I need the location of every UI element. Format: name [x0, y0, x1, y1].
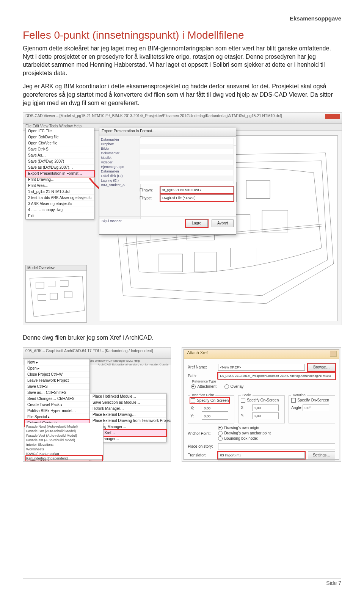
menu-item[interactable]: New ▸ — [25, 359, 89, 365]
menu-item[interactable]: Save (Dxf/Dwg 2007) — [26, 158, 94, 165]
folder-item[interactable]: Bilder — [101, 146, 139, 151]
menu-item[interactable]: Save Ctrl+S — [26, 146, 94, 152]
radio-anchor-origin[interactable]: Drawing's own origin — [218, 426, 259, 430]
menu-item[interactable]: 1 st_pg15-21 NTM10.dxf — [26, 189, 94, 195]
menu-item[interactable]: Open ▸ — [25, 365, 89, 372]
nav-item[interactable]: Fasade Sør (Auto-rebuild Model) — [26, 429, 102, 433]
figure-attach-xref: Attach Xref Xref Name: <New XREF> Browse… — [182, 347, 341, 462]
folder-item[interactable]: BIM_Student_A — [101, 183, 139, 187]
menu-item[interactable]: Close Project Ctrl+W — [25, 372, 89, 378]
xref-name-label: Xref Name: — [188, 365, 218, 369]
folder-item[interactable]: Datamaskin — [101, 137, 139, 142]
folder-item[interactable]: Lokal disk (C:) — [101, 174, 139, 178]
checkbox-specify-rotation[interactable]: Specify On-Screen — [291, 398, 329, 403]
menu-item[interactable]: Print Area… — [26, 183, 94, 189]
filetype-label: Filtype: — [140, 196, 160, 200]
radio-bbox-node[interactable]: Bounding box node: — [218, 436, 258, 441]
scale-group: Scale Specify On-Screen X:1,00 Y:1,00 — [238, 395, 285, 423]
angle-label: Angle: — [291, 406, 303, 410]
window-titlebar: DDS-CAD Viewer – [Model st_pg15-21 NTM10… — [23, 113, 342, 124]
place-on-story-select[interactable] — [218, 443, 335, 450]
window-title-text: DDS-CAD Viewer – [Model st_pg15-21 NTM10… — [25, 114, 282, 118]
menu-item[interactable]: Save As… — [26, 152, 94, 158]
dialog-sidebar[interactable]: Datamaskin Dropbox Bilder Dokumenter Mus… — [99, 136, 141, 219]
folder-item[interactable]: Musikk — [101, 155, 139, 160]
folder-item[interactable]: Dokumenter — [101, 151, 139, 155]
xref-name-select[interactable]: <New XREF> — [218, 364, 305, 371]
paragraph-2: Jeg er ARK og BIM koordinator i dette ek… — [23, 82, 341, 107]
nav-item[interactable]: Fasade øst (Auto-rebuild Model) — [26, 438, 102, 442]
filename-label: Filnavn: — [140, 188, 160, 192]
menu-item[interactable]: File Special ▸ — [25, 414, 89, 420]
radio-attachment[interactable]: Attachment — [191, 384, 217, 389]
nav-item[interactable]: Interior Elevations — [26, 442, 102, 447]
menu-item[interactable]: Place Hotlinked Module… — [90, 393, 166, 400]
menu-item[interactable]: Save as… Ctrl+Shift+S — [25, 390, 89, 396]
close-icon[interactable] — [325, 114, 340, 119]
angle-input[interactable]: 0,0° — [303, 404, 329, 411]
radio-overlay[interactable]: Overlay — [224, 384, 243, 389]
menu-item[interactable]: Save as (Dxf/Dwg 2007)… — [26, 165, 94, 171]
nav-item[interactable]: Fasade Vest (Auto-rebuild Model) — [26, 433, 102, 438]
save-button[interactable]: Lagre — [186, 219, 208, 227]
settings-button[interactable]: Settings… — [308, 451, 335, 459]
description-label: Description: — [188, 461, 218, 462]
navigator-panel[interactable]: Fasade Nord (Auto-rebuild Model) Fasade … — [25, 423, 104, 460]
menu-item[interactable]: Leave Teamwork Project — [25, 378, 89, 384]
cancel-button[interactable]: Avbryt — [212, 219, 234, 227]
path-label: Path: — [188, 374, 218, 378]
checkbox-specify-scale[interactable]: Specify On-Screen — [241, 398, 279, 403]
folder-item[interactable]: Hjemmegruppe — [101, 165, 139, 169]
filetype-row: Filtype: Dwg/Dxf File (*.DWG) — [140, 194, 234, 201]
svg-rect-14 — [38, 295, 46, 301]
menu-item[interactable]: 4 ………snoopy.dwg — [26, 207, 94, 213]
figures-row: 005_ARK – Graphisoft ArchiCAD-64 17 EDU … — [23, 347, 341, 462]
description-field — [218, 461, 335, 462]
menu-item[interactable]: Send Changes… Ctrl+Alt+S — [25, 396, 89, 402]
file-list[interactable] — [140, 138, 234, 184]
menu-item[interactable]: Create Travel Pack ▸ — [25, 402, 89, 408]
browse-button[interactable]: Browse… — [308, 364, 335, 371]
menu-item[interactable]: Save Selection as Module… — [90, 400, 166, 406]
menu-item-export[interactable]: Export Presentation in Format… — [26, 171, 94, 177]
file-menu[interactable]: Open IFC File Open Dxf/Dwg file Open Cfx… — [25, 128, 94, 219]
menu-item[interactable]: Open Cfx/Vec file — [26, 140, 94, 146]
help-icon[interactable] — [330, 351, 337, 357]
hide-folders-link[interactable]: Skjul mapper — [102, 219, 122, 223]
menu-item[interactable]: Save Ctrl+S — [25, 384, 89, 390]
x-label: X: — [190, 406, 202, 410]
menu-item[interactable]: Open IFC File — [26, 128, 94, 134]
y-label: Y: — [241, 414, 252, 418]
nav-item[interactable]: Worksheets — [26, 447, 102, 451]
folder-item[interactable]: Videoer — [101, 160, 139, 165]
model-overview-panel: Model Overview — [25, 265, 87, 323]
page-number: Side 7 — [326, 580, 341, 586]
translator-select[interactable]: 03 Import (m) — [218, 452, 305, 459]
filename-input[interactable]: st_pg15-21 NTM10.DWG — [160, 187, 234, 193]
checkbox-specify-insertion[interactable]: Specify On-Screen — [190, 398, 229, 403]
folder-item[interactable]: Lagring (E:) — [101, 178, 139, 183]
menu-item[interactable]: Publish BIMx Hyper-model… — [25, 408, 89, 414]
menu-item[interactable]: Exit — [26, 213, 94, 219]
menu-item[interactable]: Print Drawing… — [26, 177, 94, 183]
scale-x-input[interactable]: 1,00 — [252, 404, 279, 411]
menu-item[interactable]: Place External Drawing… — [90, 412, 166, 418]
insertion-point-group: Insertion Point Specify On-Screen X:0,00… — [188, 395, 234, 423]
folder-item[interactable]: Datamaskin — [101, 169, 139, 174]
nav-item-kartunderlag[interactable]: Kartunderlag (Independent) — [26, 456, 102, 461]
y-input[interactable]: 0,00 — [202, 413, 228, 420]
menu-item[interactable]: Open Dxf/Dwg file — [26, 134, 94, 140]
menu-item[interactable]: 2 test fra dds ARK Akser og etasjer.ifc — [26, 195, 94, 201]
folder-item[interactable]: Dropbox — [101, 142, 139, 146]
menu-item[interactable]: 3 ARK Akser og etasjer.ifc — [26, 201, 94, 207]
scale-y-input[interactable]: 1,00 — [252, 412, 279, 419]
radio-anchor-point[interactable]: Drawing's own anchor point — [218, 431, 271, 436]
dialog-main: Filnavn: st_pg15-21 NTM10.DWG Filtype: D… — [137, 136, 236, 219]
menu-item[interactable]: Hotlink Manager… — [90, 406, 166, 412]
x-input[interactable]: 0,00 — [202, 405, 228, 412]
nav-item[interactable]: Fasade Nord (Auto-rebuild Model) — [26, 424, 102, 429]
attach-xref-dialog: Attach Xref Xref Name: <New XREF> Browse… — [184, 349, 339, 460]
filetype-select[interactable]: Dwg/Dxf File (*.DWG) — [160, 194, 234, 201]
nav-item[interactable]: (DWGs) Kartunderlag — [26, 451, 102, 456]
figure-ddscad: DDS-CAD Viewer – [Model st_pg15-21 NTM10… — [23, 112, 342, 325]
